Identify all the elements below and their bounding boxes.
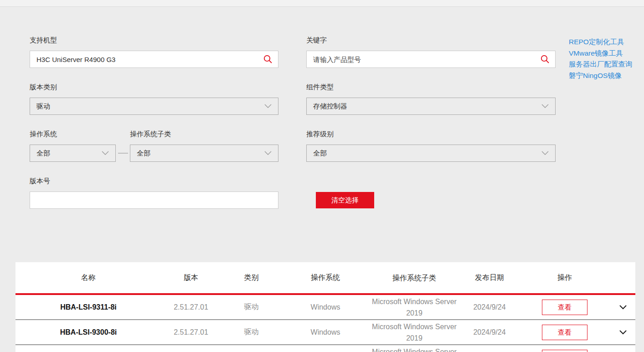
chevron-down-icon <box>264 151 272 155</box>
keyword-label: 关键字 <box>306 36 556 45</box>
row-name: HBA-LSI-9300-8i <box>15 328 161 336</box>
recommend-level-value: 全部 <box>313 149 327 158</box>
recommend-level-label: 推荐级别 <box>306 129 556 139</box>
support-model-input[interactable] <box>30 51 278 68</box>
row-version: 2.51.27.01 <box>161 328 221 336</box>
header-category: 类别 <box>221 273 282 283</box>
version-category-select[interactable]: 驱动 <box>30 98 278 115</box>
row-os: Windows <box>282 303 369 311</box>
table-row: HBA-LSI-9311-8i 2.51.27.01 驱动 Windows Mi… <box>15 295 635 320</box>
os-subtype-select[interactable]: 全部 <box>130 145 278 162</box>
search-icon[interactable] <box>540 54 550 64</box>
component-type-select[interactable]: 存储控制器 <box>306 98 556 115</box>
field-recommend-level: 推荐级别 全部 <box>306 129 556 162</box>
link-ningos-image[interactable]: 磐宁NingOS镜像 <box>569 70 642 82</box>
version-number-label: 版本号 <box>30 176 278 186</box>
row-date: 2024/9/24 <box>460 303 519 311</box>
view-button[interactable]: 查看 <box>542 325 587 340</box>
driver-search-page: 支持机型 关键字 REPO定制化工具 VMware镜像工具 服务器出厂配置查询 … <box>0 0 644 352</box>
row-version: 2.51.27.01 <box>161 303 221 311</box>
header-date: 发布日期 <box>460 273 519 283</box>
keyword-input[interactable] <box>306 51 556 68</box>
field-os: 操作系统 全部 <box>30 129 116 162</box>
results-table: 名称 版本 类别 操作系统 操作系统子类 发布日期 操作 HBA-LSI-931… <box>15 262 635 352</box>
header-name: 名称 <box>15 273 161 283</box>
search-icon[interactable] <box>263 54 273 64</box>
version-number-input[interactable] <box>30 192 278 209</box>
field-version-number: 版本号 <box>30 176 278 209</box>
field-component-type: 组件类型 存储控制器 <box>306 83 556 115</box>
chevron-down-icon <box>264 104 272 109</box>
version-category-label: 版本类别 <box>30 83 278 92</box>
field-version-category: 版本类别 驱动 <box>30 83 278 115</box>
component-type-label: 组件类型 <box>306 83 556 92</box>
recommend-level-select[interactable]: 全部 <box>306 145 556 162</box>
link-vmware-image-tool[interactable]: VMware镜像工具 <box>569 48 642 59</box>
row-os: Windows <box>282 328 369 336</box>
row-name: HBA-LSI-9311-8i <box>15 303 161 311</box>
chevron-down-icon <box>541 104 549 109</box>
clear-selection-button[interactable]: 清空选择 <box>316 192 374 208</box>
view-button[interactable]: 查看 <box>542 350 587 352</box>
link-repo-tool[interactable]: REPO定制化工具 <box>569 36 642 48</box>
row-os-subtype: Microsoft Windows Server 2019 <box>369 296 460 319</box>
row-date: 2024/9/24 <box>460 328 519 336</box>
chevron-down-icon <box>102 151 109 155</box>
version-category-value: 驱动 <box>36 102 50 111</box>
row-os-subtype: Microsoft Windows Server 2019 <box>369 346 460 352</box>
table-row: HBA-LSI-9300-8i 2.51.27.01 驱动 Windows Mi… <box>15 320 635 345</box>
range-dash <box>118 153 128 154</box>
os-subtype-label: 操作系统子类 <box>130 129 278 139</box>
os-label: 操作系统 <box>30 129 116 139</box>
expand-chevron-icon[interactable] <box>619 330 627 335</box>
support-model-label: 支持机型 <box>30 36 278 45</box>
tool-links: REPO定制化工具 VMware镜像工具 服务器出厂配置查询 磐宁NingOS镜… <box>569 36 642 81</box>
component-type-value: 存储控制器 <box>313 102 347 111</box>
view-button[interactable]: 查看 <box>542 300 587 315</box>
header-os-subtype: 操作系统子类 <box>369 272 460 284</box>
field-os-subtype: 操作系统子类 全部 <box>130 129 278 162</box>
table-row: Microsoft Windows Server 2019 查看 <box>15 345 635 352</box>
field-keyword: 关键字 <box>306 36 556 68</box>
table-header-row: 名称 版本 类别 操作系统 操作系统子类 发布日期 操作 <box>15 262 635 293</box>
row-os-subtype: Microsoft Windows Server 2019 <box>369 321 460 344</box>
chevron-down-icon <box>541 151 549 155</box>
os-select[interactable]: 全部 <box>30 145 116 162</box>
top-strip <box>0 0 644 7</box>
os-subtype-value: 全部 <box>137 149 150 158</box>
row-category: 驱动 <box>221 302 282 312</box>
header-action: 操作 <box>519 273 610 283</box>
row-category: 驱动 <box>221 327 282 337</box>
header-version: 版本 <box>161 273 221 283</box>
os-value: 全部 <box>36 149 50 158</box>
header-os: 操作系统 <box>282 273 369 283</box>
expand-chevron-icon[interactable] <box>619 305 627 310</box>
link-factory-config-query[interactable]: 服务器出厂配置查询 <box>569 59 642 70</box>
field-support-model: 支持机型 <box>30 36 278 68</box>
